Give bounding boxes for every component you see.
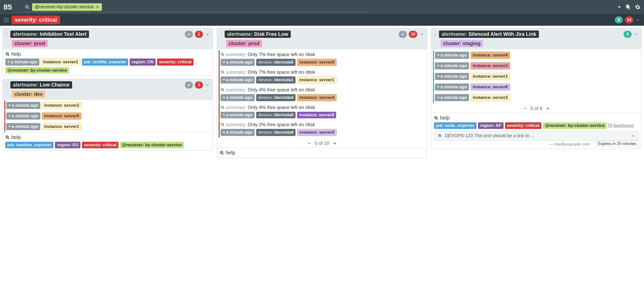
pager-prev[interactable]: − xyxy=(523,106,526,111)
time-tag[interactable]: a minute ago xyxy=(435,52,469,59)
job-tag[interactable]: job: textfile_exporter xyxy=(82,59,128,66)
chevron-down-icon[interactable] xyxy=(205,32,210,37)
chevron-down-icon[interactable] xyxy=(205,82,210,88)
time-tag[interactable]: a minute ago xyxy=(221,59,255,66)
drag-handle-icon[interactable]: ⋮ xyxy=(220,32,223,36)
cluster-tag[interactable]: cluster: prod xyxy=(12,40,48,47)
drag-handle-icon[interactable]: ⋮ xyxy=(5,32,8,36)
device-tag[interactable]: device: /dev/sda8 xyxy=(256,112,296,118)
time-tag[interactable]: a minute ago xyxy=(5,59,39,66)
instance-tag[interactable]: instance: server1 xyxy=(41,59,80,66)
instance-tag[interactable]: instance: server8 xyxy=(297,112,336,118)
help-row[interactable]: help xyxy=(5,51,210,57)
active-count[interactable]: 14 xyxy=(625,16,633,23)
summary-line[interactable]: summary: Only 4% free space left on /dis… xyxy=(221,87,424,93)
summary-line[interactable]: summary: Only 7% free space left on /dis… xyxy=(221,69,424,75)
help-row[interactable]: help xyxy=(220,150,424,156)
time-tag[interactable]: a minute ago xyxy=(435,83,469,91)
help-row[interactable]: help xyxy=(5,134,210,140)
top-navbar: 85 @receiver=by-cluster-service ✕ xyxy=(0,0,644,14)
severity-tag[interactable]: severity: critical xyxy=(157,59,194,66)
time-tag[interactable]: a minute ago xyxy=(435,94,469,101)
mute-icon[interactable] xyxy=(625,4,631,10)
device-tag[interactable]: device: /dev/sda4 xyxy=(256,94,296,101)
instance-tag[interactable]: instance: server1 xyxy=(42,123,81,130)
help-row[interactable]: help xyxy=(434,115,639,121)
gear-icon[interactable] xyxy=(635,4,640,10)
grid-icon[interactable] xyxy=(4,17,9,23)
time-tag[interactable]: a minute ago xyxy=(435,73,469,80)
job-tag[interactable]: job: node_exporter xyxy=(434,122,477,129)
chevron-down-icon[interactable] xyxy=(419,32,424,37)
time-tag[interactable]: a minute ago xyxy=(6,123,40,130)
instance-tag[interactable]: instance: server0 xyxy=(297,59,337,66)
instance-tag[interactable]: instance: server1 xyxy=(471,73,510,80)
card-title[interactable]: alertname: Low Chance xyxy=(10,81,72,89)
card-title[interactable]: alertname: Disk Free Low xyxy=(225,31,291,38)
time-tag[interactable]: a minute ago xyxy=(221,112,255,118)
search-bar[interactable]: @receiver=by-cluster-service ✕ xyxy=(22,2,368,12)
device-tag[interactable]: device: /dev/sda1 xyxy=(256,76,296,83)
instance-tag[interactable]: instance: server9 xyxy=(297,129,337,136)
close-icon[interactable]: ✕ xyxy=(96,4,99,10)
region-tag[interactable]: region: AF xyxy=(478,122,503,129)
drag-handle-icon[interactable]: ⋮ xyxy=(5,83,8,87)
chevron-down-icon[interactable] xyxy=(635,17,640,22)
cluster-tag[interactable]: cluster: prod xyxy=(226,40,262,47)
card-title[interactable]: alertname: Silenced Alert With Jira Link xyxy=(439,31,539,38)
filter-bar: severity: critical 8 14 xyxy=(0,14,644,26)
receiver-tag[interactable]: @receiver: by-cluster-service xyxy=(5,67,69,74)
svg-line-31 xyxy=(223,108,224,109)
severity-tag[interactable]: severity: critical xyxy=(505,122,542,129)
instance-tag[interactable]: instance: server2 xyxy=(42,102,81,109)
pager-next[interactable]: + xyxy=(333,140,336,146)
severity-filter-label[interactable]: severity: critical xyxy=(12,16,60,24)
region-tag[interactable]: region: EU xyxy=(55,142,80,148)
dropdown-icon[interactable] xyxy=(618,6,621,8)
dashboard-link[interactable]: dashboard xyxy=(608,122,633,129)
time-tag[interactable]: a minute ago xyxy=(221,76,255,83)
instance-tag[interactable]: instance: server4 xyxy=(471,52,510,59)
filter-chip-receiver[interactable]: @receiver=by-cluster-service ✕ xyxy=(32,3,102,11)
pager-next[interactable]: + xyxy=(546,106,549,111)
svg-line-34 xyxy=(223,125,224,126)
region-tag[interactable]: region: CN xyxy=(130,59,155,66)
chevron-down-icon[interactable] xyxy=(634,32,639,37)
pager-prev[interactable]: − xyxy=(308,140,311,146)
instance-tag[interactable]: instance: server6 xyxy=(471,83,510,91)
ack-button[interactable] xyxy=(185,31,193,38)
card-silenced: ⋮ alertname: Silenced Alert With Jira Li… xyxy=(431,28,641,149)
summary-line[interactable]: summary: Only 7% free space left on /dis… xyxy=(221,52,424,57)
job-tag[interactable]: job: random_exporter xyxy=(5,142,53,148)
silence-box[interactable]: DEVOPS-123 This text should be a link to… xyxy=(434,131,639,141)
device-tag[interactable]: device: /dev/sda9 xyxy=(256,129,296,136)
svg-point-0 xyxy=(26,5,28,8)
instance-tag[interactable]: instance: server1 xyxy=(297,76,337,83)
summary-line[interactable]: summary: Only 4% free space left on /dis… xyxy=(221,105,424,110)
silenced-count[interactable]: 8 xyxy=(615,16,623,23)
instance-tag[interactable]: instance: server0 xyxy=(42,112,81,120)
time-tag[interactable]: a minute ago xyxy=(221,94,255,101)
card-diskfree: ⋮ alertname: Disk Free Low 10 cluster: p… xyxy=(217,28,427,158)
time-tag[interactable]: a minute ago xyxy=(6,112,40,120)
instance-tag[interactable]: instance: server3 xyxy=(471,62,510,69)
severity-tag[interactable]: severity: critical xyxy=(82,142,119,148)
filter-chip-text: @receiver=by-cluster-service xyxy=(35,4,94,10)
instance-tag[interactable]: instance: server4 xyxy=(297,94,337,101)
ack-button[interactable] xyxy=(399,31,407,38)
receiver-tag[interactable]: @receiver: by-cluster-service xyxy=(543,122,607,129)
ack-button[interactable] xyxy=(185,81,193,89)
chevron-up-icon[interactable] xyxy=(631,134,635,138)
device-tag[interactable]: device: /dev/sda0 xyxy=(256,59,296,66)
card-inhibition: ⋮ alertname: Inhibition Test Alert 1 xyxy=(3,28,213,76)
time-tag[interactable]: a minute ago xyxy=(221,129,255,136)
time-tag[interactable]: a minute ago xyxy=(6,102,40,109)
cluster-tag[interactable]: cluster: dev xyxy=(12,91,45,98)
receiver-tag[interactable]: @receiver: by-cluster-service xyxy=(120,142,184,148)
card-title[interactable]: alertname: Inhibition Test Alert xyxy=(10,31,89,38)
cluster-tag[interactable]: cluster: staging xyxy=(441,40,483,47)
time-tag[interactable]: a minute ago xyxy=(435,62,469,69)
drag-handle-icon[interactable]: ⋮ xyxy=(434,32,437,36)
instance-tag[interactable]: instance: server2 xyxy=(471,94,510,101)
summary-line[interactable]: summary: Only 2% free space left on /dis… xyxy=(221,122,424,127)
